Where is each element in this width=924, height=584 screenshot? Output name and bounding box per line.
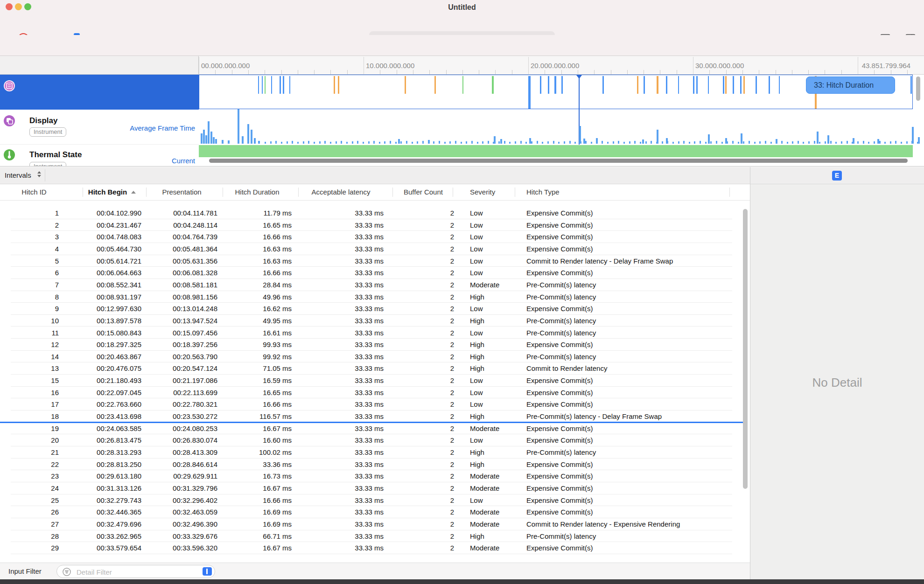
table-row[interactable]: 1800:23.413.69800:23.530.272116.57 ms33.… <box>11 410 732 423</box>
hitch-interval-mark[interactable] <box>289 76 290 94</box>
cell-5: 2 <box>392 376 454 384</box>
table-row[interactable]: 2100:28.313.29300:28.413.309100.02 ms33.… <box>11 446 732 459</box>
table-row[interactable]: 1500:21.180.49300:21.197.08616.59 ms33.3… <box>11 375 732 387</box>
cell-3: 16.69 ms <box>223 520 292 528</box>
filter-token-icon[interactable] <box>203 567 212 576</box>
hitch-interval-mark[interactable] <box>262 76 263 94</box>
display-lane[interactable] <box>199 110 913 145</box>
table-row[interactable]: 2400:31.313.12600:31.329.79616.67 ms33.3… <box>11 482 732 494</box>
table-row[interactable]: 1100:15.080.84300:15.097.45616.61 ms33.3… <box>11 327 732 339</box>
table-row[interactable]: 2500:32.279.74300:32.296.40216.66 ms33.3… <box>11 494 732 507</box>
column-header-acceptable-latency[interactable]: Acceptable latency <box>298 188 384 196</box>
intervals-dropdown[interactable]: Intervals <box>5 171 31 179</box>
table-row[interactable]: 2600:32.446.36500:32.463.05916.69 ms33.3… <box>11 506 732 518</box>
hitch-interval-mark[interactable] <box>434 76 436 94</box>
hitch-interval-mark[interactable] <box>743 76 745 94</box>
cell-7: Pre-Commit(s) latency - Delay Frame Swap <box>526 412 729 420</box>
table-row[interactable]: 1300:20.476.07500:20.547.12471.05 ms33.3… <box>11 362 732 375</box>
track-summary[interactable]: Current <box>0 157 195 165</box>
table-row[interactable]: 1700:22.763.66000:22.780.32116.66 ms33.3… <box>11 398 732 410</box>
column-header-severity[interactable]: Severity <box>470 188 512 196</box>
hitch-interval-mark[interactable] <box>740 76 742 94</box>
cell-2: 00:20.563.790 <box>146 353 217 361</box>
track-display[interactable]: Display Instrument Average Frame Time <box>0 110 199 145</box>
ruler-tick <box>561 70 562 75</box>
hitch-interval-mark[interactable] <box>756 76 757 94</box>
table-row[interactable]: 300:04.748.08300:04.764.73916.66 ms33.33… <box>11 231 732 243</box>
table-row[interactable]: 1900:24.063.58500:24.080.25316.67 ms33.3… <box>11 423 732 435</box>
hitch-interval-mark[interactable] <box>733 76 734 94</box>
table-row[interactable]: 2300:29.613.18000:29.629.91116.73 ms33.3… <box>11 470 732 482</box>
hitch-interval-mark[interactable] <box>602 76 604 94</box>
track-summary[interactable]: Average Frame Time <box>0 124 195 132</box>
table-row[interactable]: 600:06.064.66300:06.081.32816.66 ms33.33… <box>11 267 732 279</box>
hitch-interval-mark[interactable] <box>338 76 339 94</box>
table-row[interactable]: 2800:33.262.96500:33.329.67666.71 ms33.3… <box>11 530 732 542</box>
tracks-vertical-scrollbar[interactable] <box>916 76 920 101</box>
table-row[interactable]: 1200:18.297.32500:18.397.25699.93 ms33.3… <box>11 339 732 351</box>
hitch-interval-mark[interactable] <box>693 76 694 94</box>
track-thermal-state[interactable]: Thermal State Instrument Current <box>0 145 199 167</box>
column-header-hitch-id[interactable]: Hitch ID <box>9 188 59 196</box>
detail-filter-field[interactable] <box>56 565 215 578</box>
column-header-hitch-duration[interactable]: Hitch Duration <box>223 188 292 196</box>
playhead-handle-icon[interactable] <box>576 75 582 79</box>
hitch-interval-mark[interactable] <box>708 76 709 94</box>
extended-detail-badge[interactable]: E <box>832 171 842 181</box>
horizontal-scrollbar[interactable] <box>209 159 908 163</box>
hitch-interval-mark[interactable] <box>258 76 259 94</box>
hitch-interval-mark[interactable] <box>769 76 770 94</box>
table-row[interactable]: 2000:26.813.47500:26.830.07416.60 ms33.3… <box>11 434 732 446</box>
hitch-interval-mark[interactable] <box>334 76 335 94</box>
hitch-interval-mark[interactable] <box>280 76 281 94</box>
timeline-ruler[interactable]: 00.000.000.00010.000.000.00020.000.000.0… <box>199 56 924 75</box>
hitch-interval-mark[interactable] <box>696 76 698 94</box>
hitch-interval-mark[interactable] <box>910 76 912 94</box>
hitch-interval-mark[interactable] <box>723 76 724 94</box>
table-row[interactable]: 100:04.102.99000:04.114.78111.79 ms33.33… <box>11 207 732 219</box>
hitch-interval-mark[interactable] <box>561 76 563 94</box>
hitch-interval-mark[interactable] <box>540 76 541 94</box>
hitch-interval-mark[interactable] <box>265 76 266 94</box>
table-row[interactable]: 900:12.997.63000:13.014.24816.62 ms33.33… <box>11 303 732 315</box>
column-header-presentation[interactable]: Presentation <box>146 188 217 196</box>
table-row[interactable]: 1000:13.897.57800:13.947.52449.95 ms33.3… <box>11 315 732 327</box>
column-header-hitch-type[interactable]: Hitch Type <box>526 188 729 196</box>
hitch-interval-mark[interactable] <box>637 76 638 94</box>
table-row[interactable]: 500:05.614.72100:05.631.35616.63 ms33.33… <box>11 255 732 267</box>
hitch-interval-mark[interactable] <box>283 76 284 94</box>
hitch-interval-mark[interactable] <box>666 76 667 94</box>
frame-time-bar <box>455 141 456 144</box>
hitch-interval-mark[interactable] <box>644 76 645 94</box>
table-row[interactable]: 2200:28.813.25000:28.846.61433.36 ms33.3… <box>11 459 732 471</box>
hitch-interval-mark[interactable] <box>405 76 406 94</box>
table-row[interactable]: 400:05.464.73000:05.481.36416.63 ms33.33… <box>11 243 732 255</box>
hitch-interval-mark[interactable] <box>779 76 780 94</box>
detail-filter-input[interactable] <box>76 566 194 577</box>
track-hitches[interactable]: Hitches Instrument Intervals <box>0 75 199 110</box>
hitch-interval-mark[interactable] <box>548 76 549 94</box>
cell-7: Expensive Commit(s) <box>526 496 729 504</box>
table-row[interactable]: 2900:33.579.65400:33.596.32016.67 ms33.3… <box>11 542 732 554</box>
column-header-hitch-begin[interactable]: Hitch Begin <box>83 188 141 196</box>
hitch-interval-mark[interactable] <box>271 76 272 94</box>
column-header-buffer-count[interactable]: Buffer Count <box>392 188 454 196</box>
table-row[interactable]: 700:08.552.34100:08.581.18128.84 ms33.33… <box>11 279 732 291</box>
table-row[interactable]: 1600:22.097.04500:22.113.69916.65 ms33.3… <box>11 387 732 399</box>
table-row[interactable]: 200:04.231.46700:04.248.11416.65 ms33.33… <box>11 219 732 231</box>
frame-time-bar <box>537 141 538 144</box>
hitch-interval-mark[interactable] <box>528 76 531 109</box>
hitch-interval-mark[interactable] <box>678 76 679 94</box>
hitch-interval-mark[interactable] <box>554 76 556 94</box>
table-row[interactable]: 1400:20.463.86700:20.563.79099.92 ms33.3… <box>11 351 732 363</box>
table-row[interactable]: 2700:32.479.69600:32.496.39016.69 ms33.3… <box>11 518 732 530</box>
table-vertical-scrollbar[interactable] <box>743 209 748 489</box>
hitch-interval-mark[interactable] <box>725 76 727 94</box>
table-row[interactable]: 800:08.931.19700:08.981.15649.96 ms33.33… <box>11 291 732 303</box>
ruler-tick <box>413 70 413 75</box>
hitch-interval-mark[interactable] <box>492 76 494 94</box>
hitch-interval-mark[interactable] <box>462 76 463 94</box>
frame-time-bar <box>705 142 707 144</box>
cell-1: 00:12.997.630 <box>83 305 141 313</box>
hitch-interval-mark[interactable] <box>657 76 658 94</box>
